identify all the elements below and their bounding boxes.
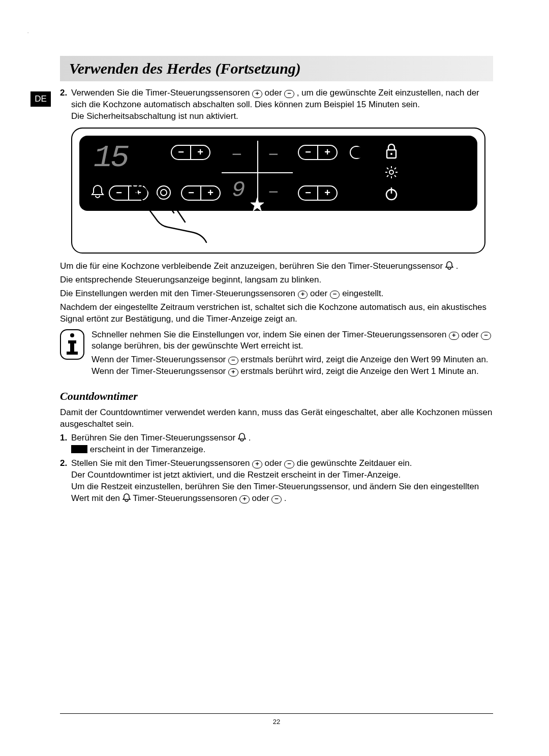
text-fragment: Wenn der Timer-Steuerungssensor xyxy=(92,355,228,364)
minus-pill-icon: − xyxy=(284,90,294,98)
control-panel-illustration: 15 −+ − − −+ xyxy=(71,128,485,254)
svg-point-3 xyxy=(390,153,392,155)
svg-point-1 xyxy=(353,147,364,158)
minus-icon: − xyxy=(299,186,317,200)
hand-pointer-icon xyxy=(123,175,215,246)
plus-pill-icon: + xyxy=(252,90,262,98)
bell-icon xyxy=(238,432,246,442)
section-title: Verwenden des Herdes (Fortsetzung) xyxy=(69,60,484,77)
text-fragment: oder xyxy=(265,458,285,468)
minus-icon: − xyxy=(172,145,190,159)
text-fragment: Der Countdowntimer ist jetzt aktiviert, … xyxy=(71,470,401,480)
heat-star-icon xyxy=(246,196,268,212)
text-fragment: Schneller nehmen Sie die Einstellungen v… xyxy=(92,330,449,339)
step-text: Stellen Sie mit den Timer-Steuerungssens… xyxy=(71,458,493,505)
step-number: 1. xyxy=(60,432,71,456)
text-fragment: oder xyxy=(310,289,330,298)
info-note: Schneller nehmen Sie die Einstellungen v… xyxy=(60,329,493,380)
minus-icon: − xyxy=(299,145,317,159)
paragraph: Damit der Countdowntimer verwendet werde… xyxy=(60,407,493,430)
brightness-icon xyxy=(384,165,399,179)
text-fragment: Um die für eine Kochzone verbleibende Ze… xyxy=(60,261,445,271)
step-number: 2. xyxy=(60,458,71,505)
text-fragment: erscheint in der Timeranzeige. xyxy=(90,445,206,454)
paragraph: Schneller nehmen Sie die Einstellungen v… xyxy=(92,329,493,353)
page-content: Verwenden des Herdes (Fortsetzung) DE 2.… xyxy=(0,0,549,504)
text-fragment: Timer-Steuerungssensoren xyxy=(133,493,239,503)
text-fragment: oder xyxy=(265,88,285,98)
paragraph: Um die für eine Kochzone verbleibende Ze… xyxy=(60,261,493,272)
page-number: 22 xyxy=(273,718,280,726)
plus-pill-icon: + xyxy=(228,368,238,376)
plus-icon: + xyxy=(318,145,337,159)
minus-pill-icon: − xyxy=(330,291,340,299)
minus-pill-icon: − xyxy=(481,332,491,340)
step-text: Verwenden Sie die Timer-Steuerungssensor… xyxy=(71,87,493,122)
info-text: Schneller nehmen Sie die Einstellungen v… xyxy=(92,329,493,380)
bell-icon xyxy=(123,493,131,502)
text-fragment: erstmals berührt wird, zeigt die Anzeige… xyxy=(240,366,478,376)
text-fragment: . xyxy=(456,261,459,271)
svg-line-10 xyxy=(394,175,396,177)
divider-horizontal xyxy=(222,172,293,173)
plus-icon: + xyxy=(318,186,337,200)
language-badge: DE xyxy=(30,91,51,107)
text-fragment: Die Einstellungen werden mit den Timer-S… xyxy=(60,289,298,298)
text-fragment: . xyxy=(249,433,251,443)
zone-display: − xyxy=(232,143,242,166)
bell-icon xyxy=(90,183,105,200)
paragraph: Nachdem der eingestellte Zeitraum verstr… xyxy=(60,302,493,325)
svg-line-11 xyxy=(394,168,396,169)
minus-pill-icon: − xyxy=(271,495,282,503)
page-footer: 22 xyxy=(60,713,493,726)
zone-control-top-left: −+ xyxy=(171,145,210,160)
info-icon xyxy=(60,329,84,360)
text-fragment: oder xyxy=(252,493,272,503)
text-fragment: eingestellt. xyxy=(342,289,383,298)
zone-control-bottom-right: −+ xyxy=(298,185,338,201)
minus-pill-icon: − xyxy=(228,357,238,365)
bell-icon xyxy=(445,261,453,270)
countdown-step-1: 1. Berühren Sie den Timer-Steuerungssens… xyxy=(60,432,493,456)
zone-display-value: 9 xyxy=(232,175,245,205)
plus-pill-icon: + xyxy=(449,332,459,340)
zone-control-top-right: −+ xyxy=(298,145,338,160)
text-fragment: Stellen Sie mit den Timer-Steuerungssens… xyxy=(71,458,252,468)
text-fragment: solange berühren, bis der gewünschte Wer… xyxy=(92,341,303,351)
minus-pill-icon: − xyxy=(284,460,294,468)
paragraph: Die entsprechende Steuerungsanzeige begi… xyxy=(60,274,493,286)
plus-pill-icon: + xyxy=(298,291,308,299)
text-fragment: Verwenden Sie die Timer-Steuerungssensor… xyxy=(71,88,252,98)
countdown-step-2: 2. Stellen Sie mit den Timer-Steuerungss… xyxy=(60,458,493,505)
subsection-heading: Countdowntimer xyxy=(60,389,493,404)
text-fragment: oder xyxy=(461,330,481,339)
text-fragment: Die Sicherheitsabschaltung ist nun aktiv… xyxy=(71,111,238,121)
lock-icon xyxy=(384,143,399,160)
plus-pill-icon: + xyxy=(252,460,262,468)
svg-marker-17 xyxy=(251,198,264,211)
step-text: Berühren Sie den Timer-Steuerungssensor … xyxy=(71,432,493,456)
page-marker: . xyxy=(27,29,28,34)
zone-display: − xyxy=(268,143,279,166)
step-number: 2. xyxy=(60,87,71,122)
display-placeholder-icon xyxy=(71,445,87,453)
text-fragment: . xyxy=(284,493,287,503)
body-column: 2. Verwenden Sie die Timer-Steuerungssen… xyxy=(60,87,493,504)
zone-display: − xyxy=(268,180,279,204)
paragraph: Die Einstellungen werden mit den Timer-S… xyxy=(60,288,493,300)
section-title-bar: Verwenden des Herdes (Fortsetzung) xyxy=(60,56,493,81)
svg-point-18 xyxy=(128,175,144,192)
timer-display: 15 xyxy=(94,137,127,179)
svg-line-9 xyxy=(387,168,388,169)
plus-icon: + xyxy=(191,145,209,159)
text-fragment: die gewünschte Zeitdauer ein. xyxy=(297,458,412,468)
svg-line-12 xyxy=(387,175,388,177)
svg-point-4 xyxy=(389,170,393,174)
paragraph: Wenn der Timer-Steuerungssensor − erstma… xyxy=(92,354,493,377)
plus-pill-icon: + xyxy=(239,495,250,503)
crescent-icon xyxy=(349,145,364,160)
step-2: 2. Verwenden Sie die Timer-Steuerungssen… xyxy=(60,87,493,122)
power-icon xyxy=(384,186,399,201)
text-fragment: Berühren Sie den Timer-Steuerungssensor xyxy=(71,433,238,443)
